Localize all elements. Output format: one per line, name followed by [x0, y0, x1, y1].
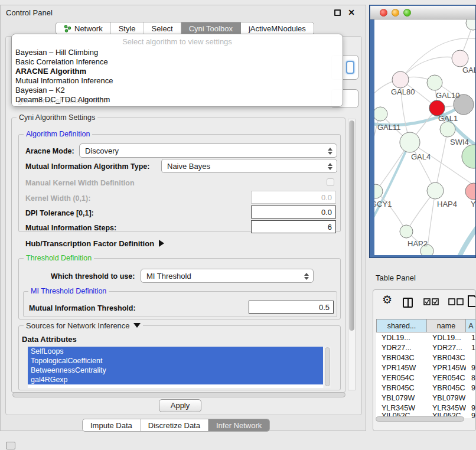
- minimize-traffic-light[interactable]: [392, 9, 399, 17]
- tab-discretize-data[interactable]: Discretize Data: [141, 419, 208, 431]
- mi-steps-field[interactable]: 6: [251, 220, 336, 233]
- gear-icon[interactable]: ⚙: [382, 294, 392, 305]
- mi-threshold-group-title: MI Threshold Definition: [28, 287, 109, 295]
- table-row[interactable]: YBR043CYBR043C: [376, 353, 476, 363]
- cell[interactable]: YBL079W: [376, 393, 427, 403]
- dropdown-item[interactable]: Dream8 DC_TDC Algorithm: [15, 95, 110, 105]
- scrollbar-thumb[interactable]: [12, 392, 345, 397]
- focused-stepper: [346, 61, 354, 74]
- settings-horizontal-scrollbar[interactable]: [11, 392, 349, 399]
- algorithm-dropdown-list: Select algorithm to view settings Bayesi…: [11, 34, 343, 107]
- node-hap4[interactable]: [427, 182, 444, 199]
- aracne-mode-combo[interactable]: Discovery: [79, 144, 337, 158]
- cell[interactable]: YDL19...: [427, 332, 466, 343]
- tab-infer-network[interactable]: Infer Network: [208, 419, 269, 431]
- table-row[interactable]: YDL19...YDL19...13: [376, 332, 476, 343]
- close-traffic-light[interactable]: [380, 9, 387, 17]
- node[interactable]: [452, 50, 468, 67]
- table-row[interactable]: YER054CYER054C8.: [376, 373, 476, 383]
- dropdown-item[interactable]: Bayesian – K2: [15, 86, 65, 95]
- cell[interactable]: YER054C: [427, 373, 466, 383]
- tab-style[interactable]: Style: [111, 22, 144, 34]
- column-header-shared-name[interactable]: shared...: [376, 319, 427, 332]
- manual-kernel-checkbox[interactable]: [327, 178, 334, 186]
- apply-button[interactable]: Apply: [159, 399, 201, 412]
- cell[interactable]: YLR345W: [376, 403, 427, 413]
- table-horizontal-scrollbar[interactable]: [375, 416, 475, 423]
- sources-group-title[interactable]: Sources for Network Inference: [24, 321, 143, 330]
- columns-icon[interactable]: [403, 298, 413, 308]
- attribute-item-selected[interactable]: BetweennessCentrality: [28, 366, 323, 375]
- cell[interactable]: YBR043C: [376, 353, 427, 363]
- table-row[interactable]: YDR27...YDR27...12: [376, 343, 476, 353]
- cell[interactable]: YBR045C: [376, 383, 427, 393]
- cell[interactable]: YDR27...: [376, 343, 427, 353]
- node-label: GAL4: [411, 152, 431, 161]
- cell[interactable]: 12: [466, 343, 476, 353]
- cell[interactable]: 9.: [466, 383, 476, 393]
- node-gal4[interactable]: [400, 132, 420, 152]
- cell[interactable]: 9.: [466, 403, 476, 413]
- cell[interactable]: YPR145W: [427, 363, 466, 373]
- select-all-columns-icon[interactable]: [423, 298, 439, 308]
- node-gal80[interactable]: [392, 71, 409, 88]
- deselect-all-columns-icon[interactable]: [448, 298, 464, 308]
- cell[interactable]: [466, 353, 476, 363]
- node[interactable]: [462, 145, 476, 168]
- tab-network[interactable]: Network: [56, 22, 111, 34]
- node[interactable]: [466, 19, 476, 30]
- mi-threshold-field[interactable]: 0.5: [249, 301, 334, 314]
- cell[interactable]: YDL19...: [376, 332, 427, 343]
- hub-definition-toggle[interactable]: Hub/Transcription Factor Definition: [25, 239, 164, 248]
- close-icon[interactable]: ✕: [348, 8, 355, 17]
- float-window-icon[interactable]: [334, 9, 341, 16]
- zoom-traffic-light[interactable]: [403, 9, 411, 17]
- attributes-scrollbar[interactable]: [324, 347, 331, 388]
- mi-type-combo[interactable]: Naive Bayes: [161, 159, 337, 173]
- scrollbar-thumb[interactable]: [376, 416, 464, 422]
- scrollbar-thumb[interactable]: [325, 347, 330, 386]
- cell[interactable]: YBR043C: [427, 353, 466, 363]
- attribute-item-selected[interactable]: SelfLoops: [28, 347, 323, 356]
- tab-select[interactable]: Select: [144, 22, 181, 34]
- cell[interactable]: 9.: [466, 363, 476, 373]
- cell[interactable]: YDR27...: [427, 343, 466, 353]
- cell[interactable]: [466, 393, 476, 403]
- node-gal11[interactable]: [374, 107, 387, 121]
- settings-vertical-scrollbar[interactable]: [348, 119, 356, 390]
- column-header-partial[interactable]: A: [466, 319, 476, 332]
- table-row[interactable]: YLR345WYLR345W9.: [376, 403, 476, 413]
- dropdown-item[interactable]: Basic Correlation Inference: [15, 57, 108, 67]
- attribute-item-selected[interactable]: TopologicalCoefficient: [28, 356, 323, 366]
- cell[interactable]: YBL079W: [427, 393, 466, 403]
- tab-jactivemnodules[interactable]: jActiveMNodules: [241, 22, 314, 34]
- cell[interactable]: YPR145W: [376, 363, 427, 373]
- node-gal10[interactable]: [427, 75, 442, 90]
- dpi-tolerance-field[interactable]: 0.0: [251, 206, 336, 219]
- which-threshold-combo[interactable]: MI Threshold: [141, 269, 314, 283]
- scrollbar-thumb[interactable]: [349, 120, 354, 331]
- table-row[interactable]: YBL079WYBL079W: [376, 393, 476, 403]
- cell[interactable]: 13: [466, 332, 476, 343]
- column-header-name[interactable]: name: [427, 319, 466, 332]
- table-row[interactable]: YBR045CYBR045C9.: [376, 383, 476, 393]
- node-swi4[interactable]: [440, 122, 455, 137]
- tab-cyni-toolbox[interactable]: Cyni Toolbox: [181, 22, 241, 34]
- attribute-item-selected[interactable]: gal4RGexp: [28, 375, 323, 384]
- cell[interactable]: 8.: [466, 373, 476, 383]
- dropdown-item[interactable]: Bayesian – Hill Climbing: [15, 48, 98, 57]
- tab-impute-data[interactable]: Impute Data: [83, 419, 141, 431]
- node[interactable]: [465, 183, 476, 200]
- cell[interactable]: YLR345W: [427, 403, 466, 413]
- table-row[interactable]: YPR145WYPR145W9.: [376, 363, 476, 373]
- export-table-icon[interactable]: [467, 295, 476, 310]
- dropdown-item-selected[interactable]: ARACNE Algorithm: [15, 67, 86, 76]
- network-canvas[interactable]: GAL8 GAL80 GAL10 GAL1 GAL11 SWI4 GAL4 GC…: [374, 19, 476, 255]
- docked-panel-icon[interactable]: [6, 442, 15, 449]
- cell[interactable]: YBR045C: [427, 383, 466, 393]
- node-hap2[interactable]: [400, 225, 413, 238]
- node-gcy1[interactable]: [374, 184, 383, 198]
- dropdown-item[interactable]: Mutual Information Inference: [15, 76, 113, 86]
- cell[interactable]: YER054C: [376, 373, 427, 383]
- kernel-width-field[interactable]: 0.0: [251, 191, 336, 204]
